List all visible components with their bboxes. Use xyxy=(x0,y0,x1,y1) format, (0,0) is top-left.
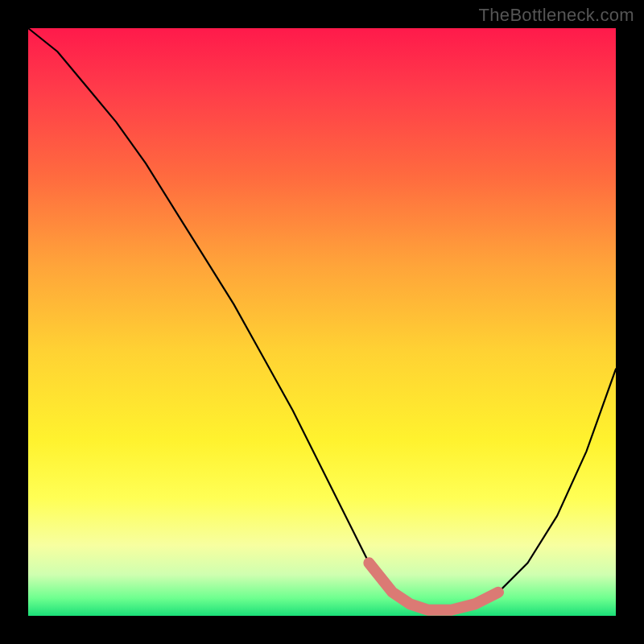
curve-layer xyxy=(28,28,616,616)
watermark-text: TheBottleneck.com xyxy=(479,5,634,26)
plot-area xyxy=(28,28,616,616)
optimal-zone-path xyxy=(369,563,498,609)
chart-frame: TheBottleneck.com xyxy=(0,0,644,644)
bottleneck-curve-path xyxy=(28,28,616,610)
